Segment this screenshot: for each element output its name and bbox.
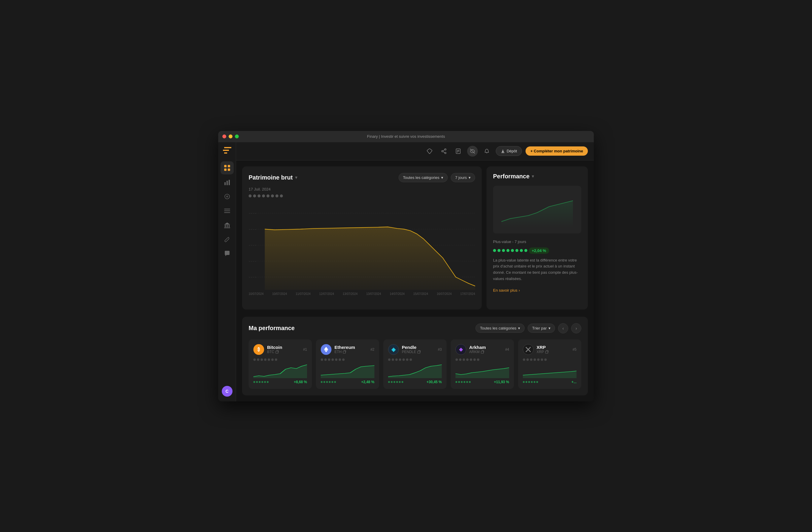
perf-dot: [506, 249, 509, 252]
asset-rank: #2: [371, 347, 374, 351]
svg-marker-17: [427, 148, 432, 154]
bitcoin-logo: ₿: [253, 344, 264, 355]
learn-more-link[interactable]: En savoir plus ›: [493, 288, 581, 292]
svg-rect-16: [224, 228, 230, 228]
close-button[interactable]: [222, 134, 226, 138]
chevron-down-icon[interactable]: ▾: [295, 175, 297, 180]
asset-info: ◈ Pendle PENDLE: [388, 344, 421, 355]
x-label: 12/07/2024: [319, 292, 334, 296]
svg-text:· · · ·: · · · ·: [249, 211, 256, 215]
arkham-performance: +11,93 %: [494, 380, 509, 384]
sidebar-item-list[interactable]: [221, 204, 234, 217]
deposit-label: Dépôt: [507, 149, 517, 153]
xrp-logo: [523, 344, 534, 355]
performance-badge: +2,04 %: [529, 247, 549, 254]
bitcoin-performance: +8,68 %: [294, 380, 307, 384]
sidebar-item-chat[interactable]: [221, 247, 234, 260]
notification-icon[interactable]: [481, 146, 492, 157]
svg-line-21: [443, 152, 445, 153]
asset-info: XRP XRP: [523, 344, 549, 355]
svg-rect-13: [225, 225, 226, 227]
topbar: Dépôt + Compléter mon patrimoine: [236, 142, 594, 160]
x-label: 17/07/2024: [460, 292, 475, 296]
bottom-sort-filter[interactable]: Trier par ▾: [527, 323, 555, 333]
avatar[interactable]: C: [222, 386, 232, 397]
perf-dot: [502, 249, 505, 252]
asset-name: Ethereum: [334, 345, 355, 350]
svg-line-22: [443, 150, 445, 151]
period-chevron-icon: ▾: [468, 175, 471, 180]
privacy-dot: [262, 195, 265, 198]
arkham-logo: ◆: [455, 344, 466, 355]
sidebar-item-compass[interactable]: [221, 190, 234, 203]
ma-performance-section: Ma performance Toutes les catégories ▾ T…: [242, 317, 588, 396]
svg-rect-44: [343, 351, 346, 354]
privacy-dots-row: [249, 195, 475, 198]
bottom-categories-filter[interactable]: Toutes les catégories ▾: [476, 323, 525, 333]
diamond-icon[interactable]: [424, 146, 435, 157]
content-area: Patrimoine brut ▾ Toutes les catégories …: [236, 160, 594, 401]
privacy-dot: [266, 195, 270, 198]
svg-point-20: [445, 152, 446, 154]
deposit-button[interactable]: Dépôt: [496, 146, 522, 156]
asset-ticker: XRP: [537, 350, 549, 354]
period-filter[interactable]: 7 jours ▾: [451, 173, 475, 182]
perf-dot: [511, 249, 514, 252]
svg-rect-15: [229, 225, 230, 227]
svg-rect-14: [227, 225, 228, 227]
asset-name: Arkham: [469, 345, 486, 350]
app-layout: C: [218, 142, 594, 401]
svg-rect-11: [224, 212, 230, 213]
complete-label: + Compléter mon patrimoine: [530, 149, 583, 153]
asset-name-group: Pendle PENDLE: [402, 345, 421, 354]
svg-rect-3: [228, 169, 230, 171]
xrp-performance: +...: [571, 380, 577, 384]
minimize-button[interactable]: [229, 134, 232, 138]
privacy-dot: [253, 195, 256, 198]
sidebar-item-dashboard[interactable]: [221, 161, 234, 174]
asset-perf-row: +30,45 %: [388, 380, 442, 384]
x-axis-labels: 10/07/2024 10/07/2024 11/07/2024 12/07/2…: [249, 290, 475, 296]
complete-button[interactable]: + Compléter mon patrimoine: [525, 146, 588, 156]
assets-row: ₿ Bitcoin BTC #1: [249, 339, 581, 389]
x-label: 14/07/2024: [390, 292, 405, 296]
x-label: 10/07/2024: [272, 292, 287, 296]
chart-filters: Toutes les catégories ▾ 7 jours ▾: [398, 173, 475, 182]
asset-name-group: Bitcoin BTC: [267, 345, 282, 354]
pendle-performance: +30,45 %: [426, 380, 442, 384]
chart-date: 17 Juil. 2024: [249, 187, 475, 191]
sidebar: C: [218, 142, 236, 401]
filter-chevron-icon: ▾: [441, 175, 443, 180]
ethereum-performance: +2,48 %: [361, 380, 374, 384]
asset-value-dots: [523, 358, 577, 361]
categories-filter[interactable]: Toutes les catégories ▾: [398, 173, 448, 182]
pdf-icon[interactable]: [453, 146, 464, 157]
x-label: 13/07/2024: [343, 292, 358, 296]
app-logo[interactable]: [223, 147, 231, 155]
svg-rect-6: [229, 180, 230, 185]
asset-info: Ethereum ETH: [321, 344, 355, 355]
svg-rect-4: [224, 182, 226, 185]
asset-value-dots: [321, 358, 374, 361]
perf-chevron-icon[interactable]: ▾: [532, 174, 534, 178]
bottom-controls: Toutes les catégories ▾ Trier par ▾ ‹ ›: [476, 323, 581, 333]
svg-text:· · · ·: · · · ·: [249, 243, 256, 247]
asset-card-arkham: ◆ Arkham ARKM #4: [451, 339, 514, 389]
arkham-sparkline: [455, 363, 509, 378]
svg-marker-42: [324, 347, 328, 350]
sidebar-item-chart[interactable]: [221, 176, 234, 189]
next-button[interactable]: ›: [571, 323, 581, 333]
pendle-sparkline: [388, 363, 442, 378]
plus-value-label: Plus-value - 7 jours: [493, 240, 581, 244]
prev-button[interactable]: ‹: [558, 323, 568, 333]
traffic-lights: [222, 134, 239, 138]
share-icon[interactable]: [438, 146, 449, 157]
maximize-button[interactable]: [235, 134, 239, 138]
performance-title: Performance ▾: [493, 173, 581, 180]
sidebar-item-bank[interactable]: [221, 219, 234, 232]
asset-name-group: XRP XRP: [537, 345, 549, 354]
asset-name-group: Ethereum ETH: [334, 345, 355, 354]
svg-point-7: [225, 194, 230, 199]
sidebar-item-tools[interactable]: [221, 233, 234, 246]
privacy-icon[interactable]: [467, 146, 478, 157]
